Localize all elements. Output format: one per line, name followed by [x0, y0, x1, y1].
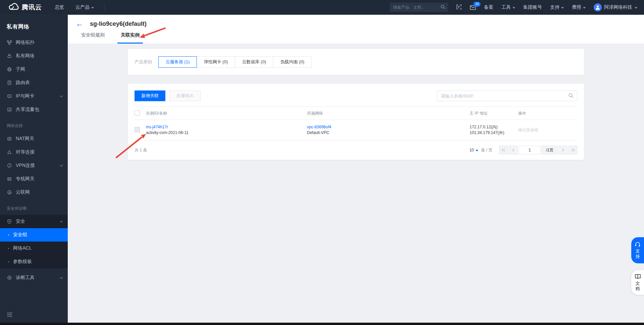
- first-page-icon: [502, 148, 505, 152]
- product-type-segments: 云服务器 (1) 弹性网卡 (0) 云数据库 (0) 负载均衡 (0): [159, 56, 312, 68]
- tencent-cloud-logo[interactable]: 腾讯云: [7, 3, 42, 12]
- batch-remove-button[interactable]: 批量移出: [169, 90, 201, 101]
- nav-group-account[interactable]: 集团账号: [523, 4, 542, 10]
- toolbar: 新增关联 批量移出: [135, 90, 577, 101]
- tab-associated-instances[interactable]: 关联实例: [117, 32, 143, 44]
- sidebar-section-security-diag: 安全和诊断: [0, 199, 68, 215]
- nav-support[interactable]: 支持: [550, 4, 564, 10]
- chevron-down-icon: [60, 165, 63, 167]
- remove-from-sg-link[interactable]: 移出安全组: [518, 128, 538, 132]
- docs-float-button[interactable]: 文档: [631, 270, 644, 295]
- chevron-down-icon: [91, 7, 94, 9]
- search-icon[interactable]: [440, 4, 445, 10]
- table-header-row: 实例ID/名称 所属网络 主 IP 地址 操作: [135, 107, 577, 120]
- sidebar-item-vpn[interactable]: VPN连接: [0, 159, 68, 172]
- global-search[interactable]: [390, 3, 448, 12]
- sidebar-item-security[interactable]: 安全: [0, 215, 68, 228]
- sidebar-title: 私有网络: [0, 15, 68, 36]
- filter-label: 产品类别: [135, 59, 152, 65]
- chevron-down-icon: [513, 7, 515, 9]
- column-instance-id: 实例ID/名称: [146, 107, 307, 120]
- instances-table: 实例ID/名称 所属网络 主 IP 地址 操作 ins-j474h17r act…: [135, 107, 577, 140]
- table-row: ins-j474h17r activity-cvm-2021-06-11 vpc…: [135, 120, 577, 140]
- sidebar-item-shared-traffic[interactable]: 共享流量包: [0, 103, 68, 116]
- sidebar-item-ip-nic[interactable]: IP与网卡: [0, 89, 68, 103]
- sidebar-item-vpc[interactable]: 私有网络: [0, 49, 68, 63]
- next-page-button[interactable]: [559, 146, 568, 154]
- sidebar-collapse-button[interactable]: [7, 312, 13, 317]
- support-float-button[interactable]: 支持: [631, 237, 644, 263]
- tab-security-group-rules[interactable]: 安全组规则: [78, 32, 108, 44]
- product-filter-card: 产品类别 云服务器 (1) 弹性网卡 (0) 云数据库 (0) 负载均衡 (0): [128, 49, 584, 75]
- select-all-checkbox[interactable]: [135, 110, 140, 116]
- messages-button[interactable]: 39: [470, 5, 476, 10]
- sidebar-security-group-block: 安全 安全组 网络ACL 参数模板: [0, 215, 68, 268]
- sidebar-item-security-groups[interactable]: 安全组: [0, 228, 68, 242]
- instances-card: 新增关联 批量移出 实例ID/名称 所属网络 主 IP 地址: [128, 84, 584, 160]
- diagnostic-icon: [7, 275, 12, 280]
- nav-billing[interactable]: 费用: [572, 4, 586, 10]
- private-ip: 172.17.0.12(内): [470, 124, 518, 130]
- row-checkbox[interactable]: [135, 127, 140, 132]
- nav-divider: [104, 4, 104, 10]
- first-page-button[interactable]: [499, 146, 508, 154]
- nav-overview[interactable]: 总览: [55, 4, 64, 10]
- direct-connect-gateway-icon: [7, 176, 12, 182]
- column-main-ip: 主 IP 地址: [470, 107, 518, 120]
- instance-id-link[interactable]: ins-j474h17r: [146, 124, 307, 130]
- last-page-icon: [571, 148, 575, 152]
- nav-tools[interactable]: 工具: [501, 4, 515, 10]
- current-page-input[interactable]: 1: [519, 146, 541, 154]
- nav-beian[interactable]: 备案: [484, 4, 493, 10]
- sidebar-item-subnet[interactable]: 子网: [0, 63, 68, 76]
- global-search-input[interactable]: [393, 5, 440, 10]
- sidebar-section-network-connect: 网络连接: [0, 116, 68, 132]
- sidebar-item-peering[interactable]: 对等连接: [0, 145, 68, 159]
- chevron-down-icon: [635, 7, 637, 9]
- collapse-icon: [7, 312, 13, 317]
- segment-cdb[interactable]: 云数据库 (0): [235, 56, 273, 68]
- instance-search[interactable]: [437, 90, 577, 101]
- search-icon[interactable]: [568, 93, 574, 99]
- sidebar-item-network-topology[interactable]: 网络拓扑: [0, 36, 68, 49]
- sidebar-item-network-acl[interactable]: 网络ACL: [0, 242, 68, 255]
- segment-clb[interactable]: 负载均衡 (0): [273, 56, 312, 68]
- back-button[interactable]: ←: [76, 20, 83, 27]
- sidebar-item-route-table[interactable]: 路由表: [0, 76, 68, 89]
- sidebar-item-direct-connect[interactable]: 专线网关: [0, 172, 68, 186]
- bullet-dot: [8, 235, 9, 236]
- sidebar-item-diagnostic-tools[interactable]: 诊断工具: [0, 271, 68, 284]
- segment-cvm[interactable]: 云服务器 (1): [158, 56, 197, 68]
- account-menu[interactable]: 阿泽网络科技: [594, 3, 637, 11]
- sidebar-item-parameter-template[interactable]: 参数模板: [0, 255, 68, 268]
- cloud-logo-icon: [7, 3, 19, 12]
- prev-page-button[interactable]: [509, 146, 518, 154]
- page-size-unit: 条 / 页: [481, 147, 492, 153]
- peering-icon: [7, 149, 12, 155]
- instance-search-input[interactable]: [441, 93, 568, 99]
- network-card-icon: [7, 93, 12, 99]
- cloud-connect-icon: [7, 190, 12, 195]
- nat-gateway-icon: [7, 136, 12, 141]
- public-ip: 101.34.179.147(外): [470, 130, 518, 136]
- chevron-up-icon: [60, 220, 63, 223]
- instance-name: activity-cvm-2021-06-11: [146, 130, 307, 136]
- vpn-icon: [7, 163, 12, 168]
- nav-products[interactable]: 云产品: [75, 4, 94, 10]
- page-size-select[interactable]: 10: [470, 148, 478, 152]
- top-navbar: 腾讯云 总览 云产品 39 备案: [0, 0, 644, 15]
- last-page-button[interactable]: [569, 146, 577, 154]
- bottom-edge-bar: [0, 323, 644, 325]
- segment-eni[interactable]: 弹性网卡 (0): [197, 56, 235, 68]
- scan-qr-icon[interactable]: [456, 4, 462, 11]
- document-icon: [7, 80, 12, 85]
- add-association-button[interactable]: 新增关联: [135, 90, 165, 101]
- avatar: [594, 3, 602, 11]
- topology-icon: [7, 40, 12, 45]
- sidebar-item-nat-gateway[interactable]: NAT网关: [0, 132, 68, 145]
- sidebar-item-ccn[interactable]: 云联网: [0, 186, 68, 199]
- bullet-dot: [8, 261, 9, 262]
- vpc-id-link[interactable]: vpc-83696of4: [307, 124, 470, 130]
- traffic-package-icon: [7, 107, 12, 112]
- sidebar: 私有网络 网络拓扑 私有网络 子网 路由表 IP与网卡 共享流量包 网络连接 N…: [0, 15, 68, 325]
